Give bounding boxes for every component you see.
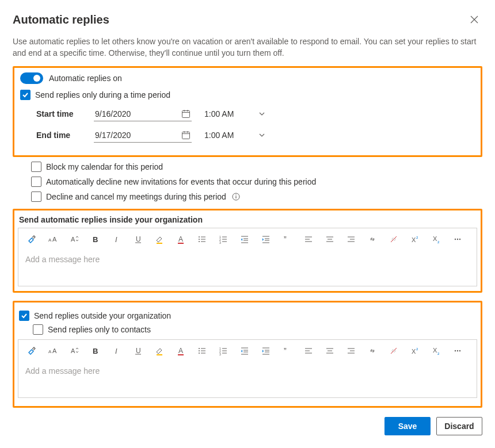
bulleted-list-icon[interactable] xyxy=(196,344,208,357)
highlight-icon[interactable] xyxy=(153,344,166,357)
link-icon[interactable] xyxy=(366,233,379,246)
time-period-checkbox[interactable] xyxy=(20,90,31,100)
outside-org-textarea[interactable]: Add a message here xyxy=(18,362,477,397)
svg-text:I: I xyxy=(115,347,117,355)
svg-text:A: A xyxy=(178,347,183,355)
svg-text:3: 3 xyxy=(219,241,221,244)
block-calendar-checkbox[interactable] xyxy=(31,162,41,172)
bold-icon[interactable]: B xyxy=(89,344,102,357)
align-right-icon[interactable] xyxy=(345,233,357,246)
font-icon[interactable]: AA xyxy=(47,344,59,357)
svg-point-56 xyxy=(455,238,456,239)
numbered-list-icon[interactable]: 123 xyxy=(217,233,230,246)
save-button[interactable]: Save xyxy=(384,417,431,435)
end-date-input[interactable]: 9/17/2020 xyxy=(94,128,192,143)
svg-point-21 xyxy=(199,236,200,238)
underline-icon[interactable]: U xyxy=(132,233,144,246)
numbered-list-icon[interactable]: 123 xyxy=(217,344,230,357)
discard-button[interactable]: Discard xyxy=(436,417,482,435)
font-color-icon[interactable]: A xyxy=(174,344,187,357)
increase-indent-icon[interactable] xyxy=(260,344,272,357)
panel-description: Use automatic replies to let others know… xyxy=(13,36,482,59)
unlink-icon[interactable] xyxy=(387,344,400,357)
info-icon[interactable] xyxy=(232,193,240,201)
svg-text:X: X xyxy=(412,236,416,243)
contacts-only-checkbox[interactable] xyxy=(33,324,43,335)
link-icon[interactable] xyxy=(366,344,379,357)
svg-point-9 xyxy=(235,194,237,196)
svg-text:2: 2 xyxy=(416,236,418,239)
svg-text:U: U xyxy=(136,235,141,243)
chevron-down-icon xyxy=(258,132,265,139)
superscript-icon[interactable]: X2 xyxy=(409,344,421,357)
svg-text:2: 2 xyxy=(416,347,418,351)
calendar-icon xyxy=(181,109,191,118)
block-calendar-label: Block my calendar for this period xyxy=(46,162,163,171)
highlight-icon[interactable] xyxy=(153,233,166,246)
subscript-icon[interactable]: X2 xyxy=(430,344,443,357)
underline-icon[interactable]: U xyxy=(132,344,144,357)
svg-text:A: A xyxy=(48,238,52,243)
align-right-icon[interactable] xyxy=(345,344,357,357)
svg-rect-4 xyxy=(182,132,190,139)
bulleted-list-icon[interactable] xyxy=(196,233,208,246)
outside-org-label: Send replies outside your organization xyxy=(34,311,171,320)
start-time-input[interactable]: 1:00 AM xyxy=(203,107,266,121)
svg-point-23 xyxy=(199,241,200,242)
inside-org-textarea[interactable]: Add a message here xyxy=(18,250,477,286)
subscript-icon[interactable]: X2 xyxy=(430,233,443,246)
svg-point-69 xyxy=(199,348,200,349)
italic-icon[interactable]: I xyxy=(111,344,123,357)
start-time-label: Start time xyxy=(36,109,82,118)
svg-text:A: A xyxy=(71,236,75,243)
start-date-input[interactable]: 9/16/2020 xyxy=(94,107,192,121)
align-left-icon[interactable] xyxy=(302,344,315,357)
more-options-icon[interactable] xyxy=(451,344,464,357)
decline-new-checkbox[interactable] xyxy=(31,177,41,187)
font-color-icon[interactable]: A xyxy=(174,233,187,246)
svg-point-104 xyxy=(455,350,456,351)
superscript-icon[interactable]: X2 xyxy=(409,233,421,246)
align-left-icon[interactable] xyxy=(302,233,315,246)
check-icon xyxy=(22,91,29,98)
quote-icon[interactable]: ” xyxy=(281,233,294,246)
font-icon[interactable]: AA xyxy=(47,233,59,246)
quote-icon[interactable]: ” xyxy=(281,344,294,357)
svg-point-71 xyxy=(199,353,200,354)
format-painter-icon[interactable] xyxy=(25,344,38,357)
svg-text:X: X xyxy=(433,235,437,242)
close-button[interactable] xyxy=(466,12,482,28)
italic-icon[interactable]: I xyxy=(111,233,123,246)
end-time-input[interactable]: 1:00 AM xyxy=(203,128,266,142)
align-center-icon[interactable] xyxy=(323,233,336,246)
svg-text:X: X xyxy=(412,348,416,355)
svg-line-51 xyxy=(391,236,397,242)
align-center-icon[interactable] xyxy=(323,344,336,357)
unlink-icon[interactable] xyxy=(387,233,400,246)
outside-org-checkbox[interactable] xyxy=(19,311,29,321)
more-options-icon[interactable] xyxy=(451,233,464,246)
outside-org-section: Send replies outside your organization S… xyxy=(13,301,482,408)
svg-text:”: ” xyxy=(284,235,287,244)
format-painter-icon[interactable] xyxy=(25,233,38,246)
time-period-label: Send replies only during a time period xyxy=(35,90,170,99)
outside-org-toolbar: AA A B I U A 123 ” X2 X2 xyxy=(18,340,477,362)
automatic-replies-toggle-label: Automatic replies on xyxy=(49,74,122,83)
svg-text:X: X xyxy=(433,347,437,354)
chevron-down-icon xyxy=(258,110,265,117)
decrease-indent-icon[interactable] xyxy=(238,344,251,357)
contacts-only-label: Send replies only to contacts xyxy=(48,325,151,334)
outside-org-editor: AA A B I U A 123 ” X2 X2 xyxy=(18,339,477,398)
font-size-icon[interactable]: A xyxy=(68,233,81,246)
decline-cancel-checkbox[interactable] xyxy=(31,192,41,202)
font-size-icon[interactable]: A xyxy=(68,344,81,357)
automatic-replies-toggle[interactable] xyxy=(20,72,43,84)
svg-point-70 xyxy=(199,350,200,351)
calendar-icon xyxy=(181,131,191,140)
end-date-value: 9/17/2020 xyxy=(95,131,131,140)
bold-icon[interactable]: B xyxy=(89,233,102,246)
svg-text:”: ” xyxy=(284,346,287,355)
decrease-indent-icon[interactable] xyxy=(238,233,251,246)
svg-text:A: A xyxy=(71,347,75,354)
increase-indent-icon[interactable] xyxy=(260,233,272,246)
